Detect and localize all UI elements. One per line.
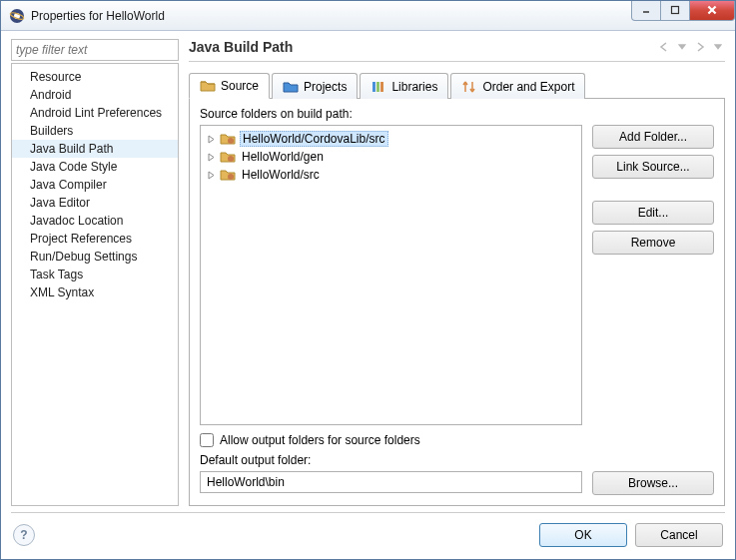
svg-point-11: [228, 156, 234, 162]
nav-item-java-compiler[interactable]: Java Compiler: [12, 176, 178, 194]
nav-item-project-references[interactable]: Project References: [12, 230, 178, 248]
nav-item-task-tags[interactable]: Task Tags: [12, 266, 178, 283]
allow-output-label: Allow output folders for source folders: [220, 433, 420, 447]
tab-projects[interactable]: Projects: [272, 73, 358, 99]
source-folder-label: HelloWorld/gen: [240, 150, 326, 164]
add-folder-button[interactable]: Add Folder...: [592, 125, 714, 149]
tab-label: Libraries: [391, 80, 437, 94]
source-folder-item[interactable]: HelloWorld/src: [205, 166, 577, 184]
tab-label: Source: [221, 79, 259, 93]
window-title: Properties for HelloWorld: [31, 9, 632, 23]
svg-rect-9: [380, 82, 383, 92]
tab-label: Order and Export: [482, 80, 574, 94]
nav-item-java-build-path[interactable]: Java Build Path: [12, 140, 178, 158]
source-folder-label: HelloWorld/src: [240, 168, 322, 182]
category-tree[interactable]: Resource Android Android Lint Preference…: [11, 63, 179, 506]
expand-icon[interactable]: [207, 135, 216, 144]
source-folders-label: Source folders on build path:: [200, 107, 714, 121]
package-folder-icon: [220, 167, 236, 183]
nav-item-javadoc-location[interactable]: Javadoc Location: [12, 212, 178, 230]
source-folders-tree[interactable]: HelloWorld/CordovaLib/src HelloWorld/gen…: [200, 125, 582, 425]
svg-point-12: [228, 174, 234, 180]
source-folder-label: HelloWorld/CordovaLib/src: [240, 131, 388, 147]
svg-rect-8: [376, 82, 379, 92]
link-source-button[interactable]: Link Source...: [592, 155, 714, 179]
expand-icon[interactable]: [207, 171, 216, 180]
help-icon[interactable]: ?: [13, 524, 35, 546]
source-tab-body: Source folders on build path: HelloWorld…: [189, 99, 725, 506]
nav-item-run-debug[interactable]: Run/Debug Settings: [12, 248, 178, 266]
edit-button[interactable]: Edit...: [592, 201, 714, 225]
allow-output-checkbox[interactable]: [200, 433, 214, 447]
browse-button[interactable]: Browse...: [592, 471, 714, 495]
nav-item-java-code-style[interactable]: Java Code Style: [12, 158, 178, 176]
source-buttons: Add Folder... Link Source... Edit... Rem…: [592, 125, 714, 425]
expand-icon[interactable]: [207, 153, 216, 162]
main-panel: Java Build Path Source Projects Librarie…: [189, 39, 725, 506]
titlebar: Properties for HelloWorld: [1, 1, 735, 31]
tab-order-export[interactable]: Order and Export: [450, 73, 585, 99]
package-folder-icon: [220, 131, 236, 147]
dialog-body: Resource Android Android Lint Preference…: [1, 31, 735, 506]
app-icon: [9, 8, 25, 24]
tab-source[interactable]: Source: [189, 73, 270, 99]
window-controls: [632, 1, 735, 21]
libraries-icon: [370, 79, 386, 95]
back-dropdown-icon[interactable]: [675, 40, 689, 54]
filter-input[interactable]: [11, 39, 179, 61]
forward-dropdown-icon[interactable]: [711, 40, 725, 54]
svg-point-10: [228, 138, 234, 144]
dialog-footer: ? OK Cancel: [1, 513, 735, 559]
nav-item-resource[interactable]: Resource: [12, 68, 178, 86]
default-output-input[interactable]: [200, 471, 582, 493]
minimize-button[interactable]: [631, 1, 661, 21]
package-folder-icon: [220, 149, 236, 165]
nav-item-java-editor[interactable]: Java Editor: [12, 194, 178, 212]
svg-rect-7: [372, 82, 375, 92]
nav-item-android-lint[interactable]: Android Lint Preferences: [12, 104, 178, 122]
remove-button[interactable]: Remove: [592, 231, 714, 255]
default-output-label: Default output folder:: [200, 453, 714, 467]
nav-panel: Resource Android Android Lint Preference…: [11, 39, 179, 506]
close-button[interactable]: [689, 1, 735, 21]
nav-item-android[interactable]: Android: [12, 86, 178, 104]
nav-item-xml-syntax[interactable]: XML Syntax: [12, 283, 178, 301]
order-export-icon: [461, 79, 477, 95]
source-folder-item[interactable]: HelloWorld/gen: [205, 148, 577, 166]
page-header: Java Build Path: [189, 39, 725, 62]
svg-rect-4: [672, 7, 679, 14]
projects-icon: [283, 79, 299, 95]
tab-libraries[interactable]: Libraries: [360, 73, 448, 99]
source-folder-item[interactable]: HelloWorld/CordovaLib/src: [205, 130, 577, 148]
cancel-button[interactable]: Cancel: [635, 523, 723, 547]
back-icon[interactable]: [657, 40, 671, 54]
nav-item-builders[interactable]: Builders: [12, 122, 178, 140]
page-title: Java Build Path: [189, 39, 653, 55]
source-folder-icon: [200, 78, 216, 94]
ok-button[interactable]: OK: [539, 523, 627, 547]
maximize-button[interactable]: [660, 1, 690, 21]
tab-label: Projects: [304, 80, 347, 94]
forward-icon[interactable]: [693, 40, 707, 54]
tab-bar: Source Projects Libraries Order and Expo…: [189, 72, 725, 99]
dialog-window: Properties for HelloWorld Resource Andro…: [0, 0, 736, 560]
